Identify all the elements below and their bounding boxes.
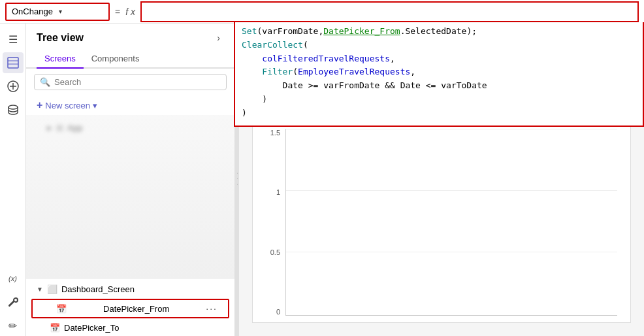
code-line-7: ) [242, 107, 636, 120]
tree-panel: Tree view › Screens Components 🔍 + New s… [26, 24, 235, 336]
grid-line-mid1 [286, 190, 617, 191]
search-input[interactable] [54, 77, 221, 87]
code-line-1: Set(varFromDate,DatePicker_From.Selected… [242, 25, 636, 39]
chart-area: 1.5 1 0.5 0 [253, 122, 630, 322]
blurred-tree-area: ▶ ⊞ App [26, 115, 234, 278]
tree-expand-icon: ▼ [37, 286, 43, 293]
svg-rect-0 [8, 58, 18, 68]
datepicker-from-label: DatePicker_From [103, 304, 169, 314]
code-line-3: colFilteredTravelRequests, [242, 52, 636, 66]
icon-sidebar: ☰ (x) ✏ [0, 24, 26, 336]
code-line-4: Filter(EmployeeTravelRequests, [242, 65, 636, 79]
calendar-to-icon: 📅 [50, 323, 60, 333]
more-options-button[interactable]: ··· [206, 303, 217, 314]
new-screen-label: New screen [45, 101, 90, 110]
code-line-5: Date >= varFromDate && Date <= varToDate [242, 79, 636, 93]
search-icon: 🔍 [40, 77, 50, 87]
calendar-from-icon: 📅 [56, 304, 67, 314]
y-axis-value-2: 0.5 [270, 248, 280, 256]
formula-dropdown-value: OnChange [12, 7, 56, 16]
plus-circle-icon[interactable] [3, 76, 24, 97]
y-axis-value-3: 0 [276, 308, 280, 316]
new-screen-chevron: ▾ [93, 101, 97, 110]
new-screen-button[interactable]: + New screen ▾ [26, 95, 234, 115]
chevron-down-icon: ▾ [59, 8, 103, 15]
variable-icon[interactable]: (x) [3, 268, 24, 289]
app-label: App [67, 123, 82, 133]
code-line-6: ) [242, 93, 636, 107]
datepicker-to-item[interactable]: 📅 DatePicker_To [26, 320, 234, 336]
formula-dropdown[interactable]: OnChange ▾ [5, 3, 110, 21]
svg-point-6 [8, 105, 18, 109]
tree-tabs: Screens Components [26, 50, 234, 69]
dashboard-label: Dashboard_Screen [61, 284, 135, 294]
plus-icon: + [37, 99, 42, 111]
y-axis: 1.5 1 0.5 0 [266, 129, 285, 316]
dashboard-screen-item[interactable]: ▼ ⬜ Dashboard_Screen [26, 281, 234, 297]
y-axis-value-0: 1.5 [270, 129, 280, 137]
tab-components[interactable]: Components [84, 50, 148, 69]
brush-icon[interactable]: ✏ [3, 315, 24, 336]
datepicker-from-item[interactable]: 📅 DatePicker_From ··· [31, 299, 229, 318]
grid-line-top [286, 129, 617, 129]
database-icon[interactable] [3, 99, 24, 120]
equals-sign: = [115, 7, 120, 17]
layers-icon[interactable] [3, 52, 24, 73]
bottom-tree: ▼ ⬜ Dashboard_Screen 📅 DatePicker_From ·… [26, 278, 234, 336]
close-tree-button[interactable]: › [213, 31, 224, 44]
code-editor[interactable] [140, 1, 639, 22]
y-axis-value-1: 1 [276, 188, 280, 196]
tab-screens[interactable]: Screens [37, 50, 84, 69]
datepicker-to-label: DatePicker_To [64, 323, 120, 333]
tree-view-title: Tree view [37, 32, 84, 44]
search-row: 🔍 [34, 74, 227, 90]
code-line-2: ClearCollect( [242, 39, 636, 52]
hamburger-icon[interactable]: ☰ [3, 29, 24, 50]
wrench-icon[interactable] [3, 292, 24, 312]
grid-line-mid2 [286, 252, 617, 252]
fx-icon: f x [125, 7, 135, 17]
chart-content [285, 129, 617, 316]
screen-icon: ⬜ [47, 284, 57, 294]
